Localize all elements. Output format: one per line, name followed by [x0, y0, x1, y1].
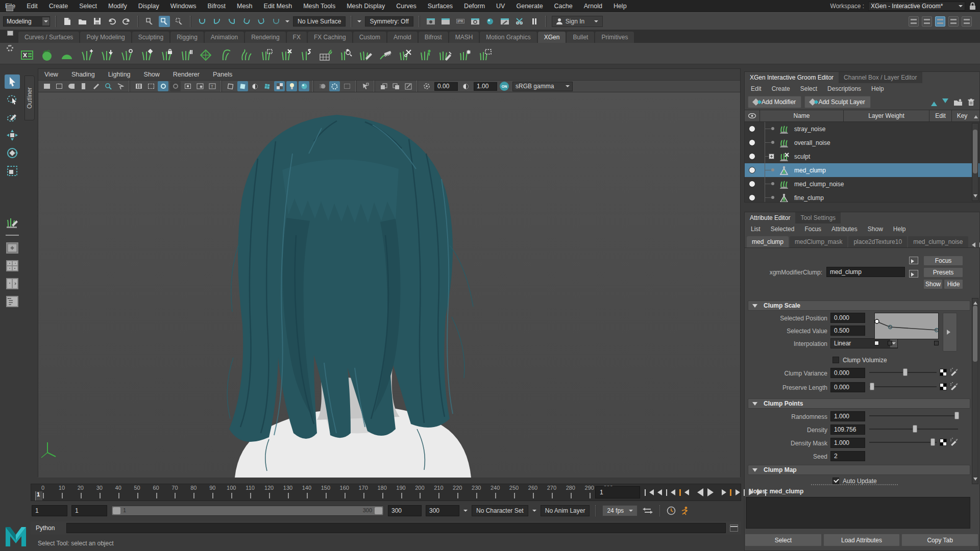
- shelf-options-gear-icon[interactable]: [7, 45, 13, 52]
- tab-xgen-groom-editor[interactable]: XGen Interactive Groom Editor: [745, 72, 839, 83]
- menu-item[interactable]: Windows: [170, 3, 197, 10]
- output-connections-icon[interactable]: [909, 270, 918, 278]
- node-tab[interactable]: medClump_mask: [790, 236, 847, 247]
- grass-region-shelf-icon[interactable]: [477, 46, 493, 61]
- ui-visibility-toggle-icon[interactable]: [7, 31, 13, 36]
- grass-lock-shelf-icon[interactable]: [159, 46, 174, 61]
- image-plane-icon[interactable]: [90, 81, 101, 91]
- tab-tool-settings[interactable]: Tool Settings: [795, 212, 841, 223]
- density-slider[interactable]: [869, 424, 958, 434]
- render-view-button[interactable]: [425, 16, 436, 27]
- chevron-down-icon[interactable]: [463, 510, 468, 514]
- shaded-mode-icon[interactable]: [237, 81, 248, 91]
- groomable-sphere-shelf-icon[interactable]: [39, 46, 55, 61]
- add-sculpt-layer-button[interactable]: Add Sculpt Layer: [804, 96, 870, 108]
- grass-star-shelf-icon[interactable]: [457, 46, 473, 61]
- character-set-selector[interactable]: No Character Set: [472, 505, 528, 516]
- motion-blur-icon[interactable]: [317, 81, 328, 91]
- shelf-tab[interactable]: Bifrost: [419, 32, 448, 43]
- playback-start-field[interactable]: 1: [71, 505, 107, 516]
- workspace-selector[interactable]: XGen - Interactive Groom*: [868, 2, 965, 11]
- step-forward-key-button[interactable]: [722, 487, 731, 498]
- step-forward-frame-button[interactable]: [736, 487, 745, 498]
- oversampling-icon[interactable]: [115, 81, 126, 91]
- selected-position-field[interactable]: 0.000: [830, 313, 865, 323]
- node-name-field[interactable]: med_clump: [826, 267, 905, 277]
- snap-to-curve-button[interactable]: [211, 16, 223, 27]
- snap-to-projected-center-button[interactable]: [241, 16, 252, 27]
- layout-single-pane-button[interactable]: [5, 241, 20, 255]
- clump-variance-field[interactable]: 0.000: [830, 368, 865, 378]
- shelf-tab[interactable]: Curves / Surfaces: [18, 32, 79, 43]
- groom-menu-item[interactable]: Create: [772, 85, 790, 92]
- gamma-field[interactable]: 1.00: [474, 82, 497, 91]
- grass-down-arrow-shelf-icon[interactable]: [99, 46, 114, 61]
- move-tool-button[interactable]: [5, 128, 20, 142]
- preserve-length-field[interactable]: 0.000: [830, 382, 865, 392]
- chevron-down-icon[interactable]: [532, 510, 536, 514]
- isolate-select-icon[interactable]: [360, 81, 371, 91]
- grass-sculpt-shelf-icon[interactable]: [437, 46, 453, 61]
- clump-variance-paint-icon[interactable]: [950, 368, 959, 376]
- menu-item[interactable]: Create: [49, 3, 68, 10]
- fps-dropdown[interactable]: 24 fps: [602, 505, 638, 516]
- clump-scale-ramp-widget[interactable]: [874, 313, 939, 339]
- grass-pin-shelf-icon[interactable]: [418, 46, 433, 61]
- select-camera-icon[interactable]: [41, 81, 52, 91]
- randomness-slider[interactable]: [869, 411, 958, 420]
- shelf-tab[interactable]: Custom: [353, 32, 386, 43]
- groom-menu-item[interactable]: Descriptions: [827, 85, 861, 92]
- preserve-length-paint-icon[interactable]: [950, 382, 959, 390]
- clump-points-section-header[interactable]: Clump Points: [748, 398, 970, 409]
- groom-dome-shelf-icon[interactable]: [59, 46, 75, 61]
- clump-variance-map-button[interactable]: [940, 369, 947, 376]
- layout-two-pane-button[interactable]: [5, 277, 20, 291]
- uv-editor-button[interactable]: [514, 16, 525, 27]
- menu-item[interactable]: Arnold: [584, 3, 602, 10]
- menu-item[interactable]: Mesh Tools: [303, 3, 335, 10]
- playback-loop-icon[interactable]: [642, 507, 654, 514]
- select-tool-button[interactable]: [5, 74, 20, 89]
- playback-end-field[interactable]: 300: [388, 505, 422, 516]
- clump-volumize-checkbox[interactable]: [832, 357, 839, 363]
- rotate-tool-button[interactable]: [5, 146, 20, 160]
- seed-field[interactable]: 2: [830, 451, 865, 461]
- select-component-mode-button[interactable]: [174, 16, 185, 27]
- visibility-column-header[interactable]: [745, 110, 760, 121]
- density-mask-map-button[interactable]: [940, 439, 947, 446]
- menu-item[interactable]: Edit: [27, 3, 38, 10]
- anti-aliasing-icon[interactable]: [329, 81, 340, 91]
- menu-item[interactable]: Cache: [554, 3, 573, 10]
- groom-menu-item[interactable]: Edit: [751, 85, 762, 92]
- edit-column-header[interactable]: Edit: [929, 110, 952, 121]
- shelf-tab[interactable]: Animation: [205, 32, 244, 43]
- layer-row[interactable]: med_clump_noise: [745, 177, 979, 191]
- tab-attribute-editor[interactable]: Attribute Editor: [745, 212, 795, 223]
- open-scene-button[interactable]: [77, 16, 88, 27]
- make-object-live-button[interactable]: [271, 16, 282, 27]
- attribute-editor-menu-item[interactable]: Help: [893, 226, 906, 233]
- add-modifier-button[interactable]: Add Modifier: [748, 96, 801, 108]
- density-field[interactable]: 109.756: [830, 424, 865, 435]
- pause-viewport-button[interactable]: [529, 16, 540, 27]
- command-language-toggle[interactable]: Python: [36, 524, 62, 532]
- presets-button[interactable]: Presets: [923, 267, 963, 278]
- attribute-editor-menu-item[interactable]: Selected: [771, 226, 795, 233]
- name-column-header[interactable]: Name: [760, 110, 844, 121]
- scroll-down-icon[interactable]: [973, 478, 977, 483]
- menu-item[interactable]: Mesh Display: [347, 3, 385, 10]
- layout-four-pane-button[interactable]: [5, 259, 20, 273]
- trash-icon[interactable]: [968, 98, 974, 106]
- grass-plus-shelf-icon[interactable]: [79, 46, 94, 61]
- layer-row[interactable]: fine_clump: [745, 191, 979, 202]
- menu-item[interactable]: Bifrost: [208, 3, 226, 10]
- hypershade-button[interactable]: [484, 16, 496, 27]
- selected-value-field[interactable]: 0.500: [830, 325, 865, 336]
- layer-weight-column-header[interactable]: Layer Weight: [844, 110, 929, 121]
- symmetry-field[interactable]: Symmetry: Off: [365, 16, 413, 27]
- layer-row[interactable]: overall_noise: [745, 136, 979, 149]
- ipr-render-button[interactable]: IPR: [455, 16, 466, 27]
- layout-outliner-persp-button[interactable]: [5, 294, 20, 309]
- groom-menu-item[interactable]: Help: [871, 85, 884, 92]
- node-tab[interactable]: med_clump_noise: [908, 236, 968, 247]
